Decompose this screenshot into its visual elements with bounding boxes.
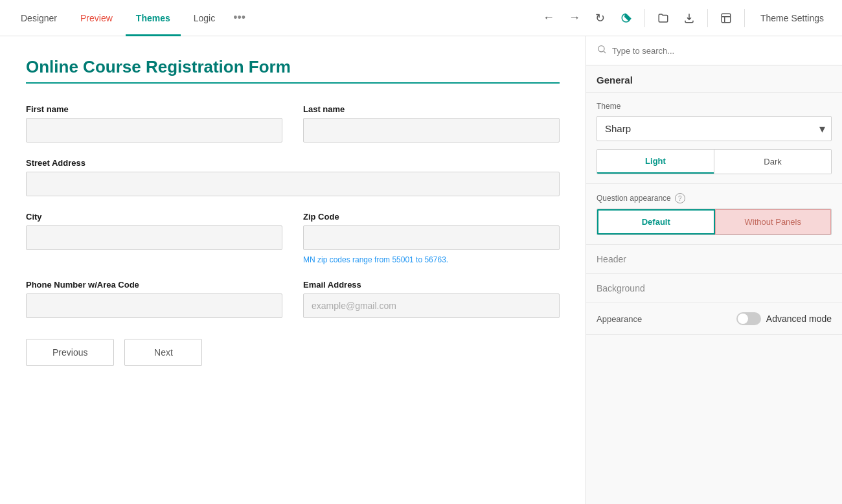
undo-btn[interactable]: ← [538, 8, 559, 29]
question-appearance-label: Question appearance [597, 194, 671, 203]
last-name-label: Last name [303, 104, 560, 114]
tab-preview-label: Preview [80, 13, 113, 23]
tab-preview[interactable]: Preview [70, 0, 123, 36]
advanced-mode-label: Advanced mode [766, 314, 832, 324]
phone-email-row: Phone Number w/Area Code Email Address [26, 280, 560, 318]
question-appearance-field: Question appearance ? Default Without Pa… [586, 184, 842, 244]
panel-search [586, 36, 842, 65]
zip-input[interactable] [303, 225, 560, 250]
theme-settings-label: Theme Settings [760, 13, 824, 23]
top-nav: Designer Preview Themes Logic ••• ← → ↻ [0, 0, 842, 36]
email-group: Email Address [303, 280, 560, 318]
default-appearance-btn[interactable]: Default [597, 209, 715, 235]
right-panel: General Theme Sharp Default Modern Class… [586, 36, 842, 504]
street-address-label: Street Address [26, 158, 560, 168]
tab-logic[interactable]: Logic [183, 0, 225, 36]
city-input[interactable] [26, 225, 282, 250]
street-row: Street Address [26, 158, 560, 196]
appearance-label: Appearance [597, 314, 642, 324]
nav-tabs: Designer Preview Themes Logic ••• [10, 0, 251, 36]
form-buttons: Previous Next [26, 339, 560, 366]
header-section-label: Header [597, 254, 626, 264]
phone-input[interactable] [26, 293, 282, 318]
panel-search-input[interactable] [612, 46, 832, 56]
city-label: City [26, 212, 282, 222]
tab-logic-label: Logic [194, 13, 215, 23]
main-layout: Online Course Registration Form First na… [0, 36, 842, 504]
redo-btn[interactable]: → [564, 8, 585, 29]
last-name-group: Last name [303, 104, 560, 143]
background-section[interactable]: Background [586, 274, 842, 303]
download-btn[interactable] [679, 8, 700, 29]
question-appearance-help-icon[interactable]: ? [675, 193, 685, 203]
nav-divider-1 [644, 9, 645, 27]
theme-select[interactable]: Sharp Default Modern Classic [597, 116, 832, 141]
fill-btn[interactable] [616, 8, 637, 29]
svg-point-1 [598, 46, 604, 52]
nav-actions: ← → ↻ [538, 8, 736, 29]
theme-settings-btn[interactable]: Theme Settings [753, 10, 832, 26]
svg-rect-0 [722, 14, 731, 23]
toggle-knob [738, 314, 748, 324]
zip-hint: MN zip codes range from 55001 to 56763. [303, 255, 560, 264]
first-name-group: First name [26, 104, 282, 143]
zip-group: Zip Code MN zip codes range from 55001 t… [303, 212, 560, 264]
first-name-input[interactable] [26, 118, 282, 143]
form-area: Online Course Registration Form First na… [0, 36, 586, 504]
more-options-btn[interactable]: ••• [228, 11, 251, 25]
form-title: Online Course Registration Form [26, 57, 560, 77]
name-row: First name Last name [26, 104, 560, 143]
light-dark-toggle: Light Dark [597, 149, 832, 174]
phone-label: Phone Number w/Area Code [26, 280, 282, 290]
first-name-label: First name [26, 104, 282, 114]
city-zip-row: City Zip Code MN zip codes range from 55… [26, 212, 560, 264]
form-title-underline [26, 82, 560, 84]
street-address-group: Street Address [26, 158, 560, 196]
next-button[interactable]: Next [124, 339, 202, 366]
email-label: Email Address [303, 280, 560, 290]
advanced-mode-control: Advanced mode [736, 312, 832, 325]
nav-divider-3 [744, 9, 745, 27]
advanced-mode-toggle[interactable] [736, 312, 761, 325]
tab-themes-label: Themes [136, 13, 170, 23]
without-panels-btn[interactable]: Without Panels [715, 209, 832, 235]
dark-mode-btn[interactable]: Dark [714, 150, 831, 174]
folder-btn[interactable] [653, 8, 674, 29]
last-name-input[interactable] [303, 118, 560, 143]
header-section[interactable]: Header [586, 245, 842, 274]
theme-select-wrapper: Sharp Default Modern Classic ▾ [597, 116, 832, 141]
email-input[interactable] [303, 293, 560, 318]
phone-group: Phone Number w/Area Code [26, 280, 282, 318]
light-mode-btn[interactable]: Light [597, 150, 714, 174]
general-section-header: General [586, 65, 842, 93]
question-appearance-row: Question appearance ? [597, 193, 832, 203]
theme-field-label: Theme [597, 102, 832, 111]
appearance-toggle: Default Without Panels [597, 209, 832, 235]
tab-themes[interactable]: Themes [126, 0, 181, 36]
previous-button[interactable]: Previous [26, 339, 114, 366]
theme-field: Theme Sharp Default Modern Classic ▾ Lig… [586, 93, 842, 183]
search-icon [597, 44, 607, 57]
refresh-btn[interactable]: ↻ [590, 8, 611, 29]
tab-designer[interactable]: Designer [10, 0, 67, 36]
street-address-input[interactable] [26, 172, 560, 196]
advanced-mode-row: Appearance Advanced mode [586, 303, 842, 335]
nav-divider-2 [707, 9, 708, 27]
zip-label: Zip Code [303, 212, 560, 222]
background-section-label: Background [597, 283, 645, 293]
book-btn[interactable] [716, 8, 736, 29]
more-dots-icon: ••• [233, 11, 245, 24]
city-group: City [26, 212, 282, 264]
tab-designer-label: Designer [21, 13, 57, 23]
